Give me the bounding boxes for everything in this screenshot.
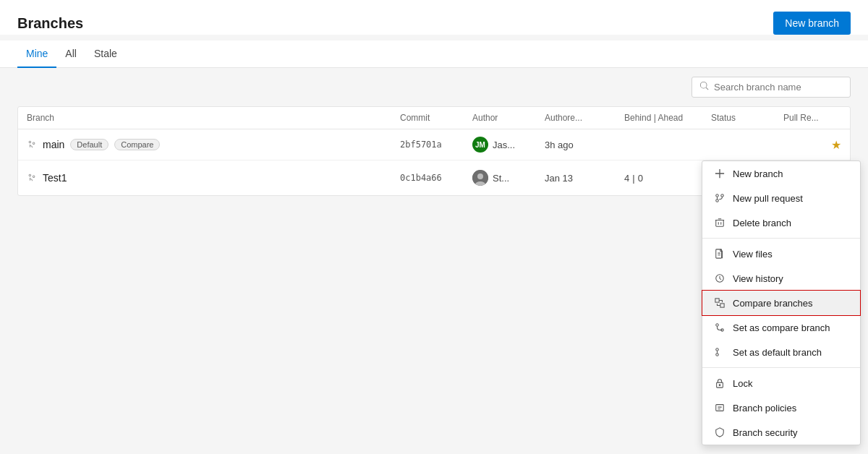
branch-cell-main: main Default Compare	[27, 139, 400, 151]
commit-hash-main: 2bf5701a	[400, 140, 472, 150]
branch-icon	[27, 139, 37, 151]
menu-item-set-default[interactable]: Set as default branch	[702, 340, 860, 364]
svg-point-3	[716, 194, 719, 197]
col-behind-ahead: Behind | Ahead	[624, 113, 711, 123]
files-icon	[714, 248, 726, 260]
menu-label-view-history: View history	[733, 273, 783, 284]
menu-label-view-files: View files	[733, 249, 773, 260]
menu-item-lock[interactable]: Lock	[702, 371, 860, 395]
svg-point-16	[719, 384, 721, 386]
svg-rect-10	[720, 304, 724, 307]
behind-value: 4	[624, 173, 629, 184]
set-default-icon	[714, 346, 726, 358]
policy-icon	[714, 402, 726, 414]
menu-label-new-branch: New branch	[733, 168, 783, 179]
avatar-test1	[472, 170, 488, 186]
branch-name-main: main	[43, 139, 64, 150]
col-author: Author	[472, 113, 545, 123]
badge-compare: Compare	[114, 139, 160, 150]
header: Branches New branch	[0, 0, 868, 35]
menu-item-branch-policies[interactable]: Branch policies	[702, 395, 860, 420]
svg-rect-6	[716, 220, 724, 227]
svg-rect-7	[716, 249, 722, 258]
menu-label-branch-security: Branch security	[733, 427, 798, 438]
menu-item-view-files[interactable]: View files	[702, 241, 860, 266]
tab-stale[interactable]: Stale	[85, 40, 126, 68]
compare-icon	[714, 297, 726, 309]
menu-item-compare-branches[interactable]: Compare branches	[702, 291, 860, 315]
svg-point-11	[716, 324, 719, 327]
toolbar	[0, 68, 868, 106]
menu-item-set-compare[interactable]: Set as compare branch	[702, 315, 860, 340]
author-name-main: Jas...	[493, 140, 515, 150]
date-main: 3h ago	[545, 140, 624, 150]
svg-point-4	[721, 194, 724, 197]
branch-name-test1: Test1	[43, 172, 67, 184]
context-menu: New branch New pull request	[702, 160, 861, 445]
actions-main: ★	[783, 138, 841, 152]
pull-request-icon	[714, 192, 726, 204]
menu-divider-2	[702, 367, 860, 368]
branch-cell-test1: Test1	[27, 172, 400, 184]
col-pullreq: Pull Re...	[783, 113, 841, 123]
author-cell-main: JM Jas...	[472, 137, 545, 153]
menu-label-lock: Lock	[733, 378, 752, 389]
menu-label-branch-policies: Branch policies	[733, 403, 796, 414]
menu-item-delete-branch[interactable]: Delete branch	[702, 210, 860, 235]
date-test1: Jan 13	[545, 173, 624, 184]
menu-item-new-pullrequest[interactable]: New pull request	[702, 186, 860, 210]
tabs-bar: Mine All Stale	[0, 40, 868, 68]
col-authored: Authore...	[545, 113, 624, 123]
branch-icon-test1	[27, 172, 37, 184]
col-branch: Branch	[27, 113, 400, 123]
svg-point-5	[716, 200, 719, 202]
tab-mine[interactable]: Mine	[17, 40, 56, 68]
tab-all[interactable]: All	[56, 40, 85, 68]
search-input[interactable]	[714, 82, 843, 93]
star-icon-main[interactable]: ★	[831, 138, 841, 152]
behind-ahead-test1: 4 | 0	[624, 173, 711, 184]
menu-label-compare-branches: Compare branches	[733, 298, 813, 309]
svg-point-1	[477, 174, 483, 179]
table-header: Branch Commit Author Authore... Behind |…	[18, 107, 850, 129]
page: Branches New branch Mine All Stale Branc…	[0, 0, 868, 454]
author-name-test1: St...	[493, 173, 509, 184]
svg-rect-9	[715, 299, 719, 302]
security-icon	[714, 427, 726, 438]
plus-icon	[714, 168, 726, 179]
search-icon	[699, 81, 710, 93]
lock-icon	[714, 377, 726, 389]
svg-rect-17	[716, 405, 724, 411]
menu-label-set-compare: Set as compare branch	[733, 322, 830, 333]
menu-label-set-default: Set as default branch	[733, 347, 822, 358]
author-cell-test1: St...	[472, 170, 545, 186]
menu-label-new-pullrequest: New pull request	[733, 193, 803, 204]
set-compare-icon	[714, 322, 726, 333]
history-icon	[714, 273, 726, 284]
badge-default: Default	[70, 139, 109, 150]
table-row: main Default Compare 2bf5701a JM Jas... …	[18, 129, 850, 160]
menu-item-branch-security[interactable]: Branch security	[702, 420, 860, 445]
menu-divider-1	[702, 238, 860, 239]
avatar-main: JM	[472, 137, 488, 153]
svg-point-13	[716, 348, 719, 351]
col-commit: Commit	[400, 113, 472, 123]
svg-point-14	[716, 354, 719, 356]
col-status: Status	[711, 113, 783, 123]
page-title: Branches	[17, 15, 83, 32]
menu-item-new-branch[interactable]: New branch	[702, 161, 860, 186]
menu-item-view-history[interactable]: View history	[702, 266, 860, 291]
menu-label-delete-branch: Delete branch	[733, 218, 791, 228]
new-branch-button[interactable]: New branch	[773, 12, 851, 35]
separator: |	[632, 173, 634, 184]
ahead-value: 0	[638, 173, 643, 184]
delete-icon	[714, 217, 726, 228]
commit-hash-test1: 0c1b4a66	[400, 173, 472, 183]
search-box	[692, 77, 851, 98]
